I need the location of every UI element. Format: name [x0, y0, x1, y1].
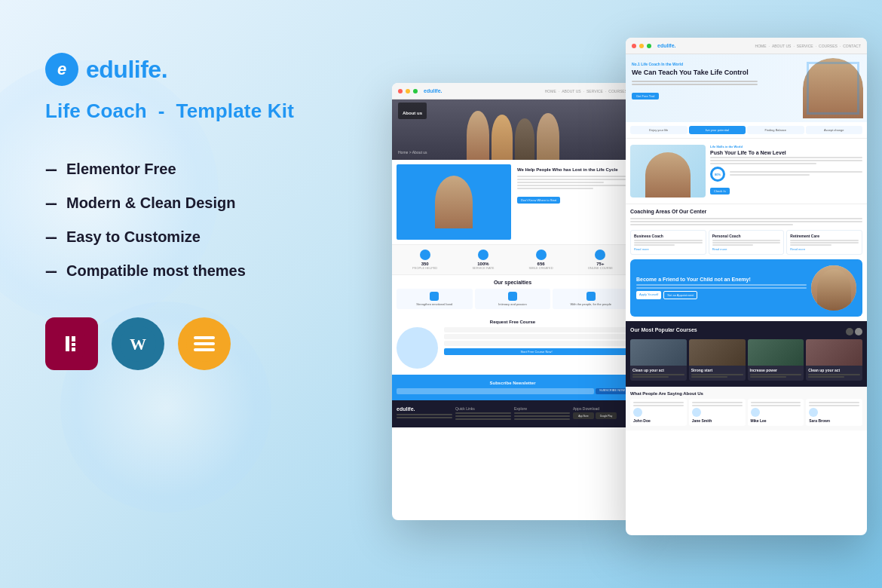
coaching-section: Coaching Areas Of Our Center Business Co… — [626, 204, 867, 259]
stat-chip-label: live your potential — [691, 128, 744, 132]
stat-item: 350 PEOPLE HELPED — [412, 250, 437, 270]
push-image — [630, 145, 706, 198]
coaching-text-line — [790, 242, 859, 243]
course-text-line — [632, 376, 669, 378]
testimonial-text — [809, 402, 859, 403]
feature-item: --- Elementor Free — [45, 161, 362, 178]
testimonial-card: Jane Smith — [689, 399, 746, 426]
browser-logo: edulife. — [657, 43, 676, 48]
svg-rect-9 — [194, 342, 215, 345]
testimonial-text — [633, 405, 684, 406]
course-card: Strong start — [689, 339, 746, 381]
progress-row: 80% — [710, 167, 862, 182]
course-content: Strong start — [689, 366, 746, 381]
svg-text:W: W — [130, 335, 146, 354]
section-heading: We Help People Who has Lost in the Life … — [517, 167, 626, 173]
coaching-link[interactable]: Read more — [634, 247, 703, 251]
stat-label: SERVICE RATE — [472, 266, 494, 270]
testimonial-text — [751, 405, 801, 406]
coaching-card: Personal Coach Read more — [709, 230, 785, 255]
footer-text-line — [397, 417, 452, 418]
testimonial-text — [692, 405, 743, 406]
coaching-card: Retirement Care Read more — [786, 230, 862, 255]
stats-chips-row: Enjoy your life live your potential Find… — [626, 122, 867, 139]
blue-accent-col — [397, 164, 511, 240]
banner-person-silhouette — [811, 265, 856, 311]
svg-rect-2 — [72, 336, 75, 341]
banner-title: Become a Friend to Your Child not an Ene… — [636, 277, 807, 282]
coaching-text-line — [712, 242, 781, 243]
stat-chip: Finding Balance — [747, 126, 804, 134]
stackable-badge — [178, 317, 231, 370]
hero-title: We Can Teach You Take Life Control — [632, 69, 758, 78]
feature-item: --- Modern & Clean Design — [45, 194, 362, 212]
specialty-card: With the people, for the people — [553, 289, 629, 309]
mockup-about-page: edulife. HOME · ABOUT US · SERVICE · COU… — [392, 83, 633, 520]
course-title: Clean up your act — [632, 368, 684, 372]
left-panel: e edulife. Life Coach - Template Kit ---… — [45, 53, 362, 370]
specialties-grid: Strengthen emotional bond Intimacy and p… — [397, 289, 629, 309]
courses-header: Our Most Popular Courses — [630, 327, 862, 336]
form-field[interactable] — [444, 341, 629, 346]
coaching-card-title: Business Coach — [634, 234, 703, 238]
coaching-card-title: Retirement Care — [790, 234, 859, 238]
svg-rect-3 — [72, 343, 75, 346]
course-title: Strong start — [691, 368, 743, 372]
text-line — [517, 188, 593, 189]
cta-button[interactable]: Don't Know Where to Start — [517, 197, 560, 204]
banner-primary-button[interactable]: Apply Yourself — [636, 291, 661, 299]
carousel-controls — [846, 328, 862, 335]
next-button[interactable] — [855, 328, 862, 335]
person-figure — [435, 176, 473, 228]
mockups-container: edulife. HOME · ABOUT US · SERVICE · COU… — [392, 38, 867, 535]
course-card: Increase power — [748, 339, 804, 381]
specialty-card: Strengthen emotional bond — [397, 289, 473, 309]
testimonial-card: Mike Lee — [748, 399, 804, 426]
svg-rect-10 — [194, 348, 215, 351]
form-submit-button[interactable]: Start Free Course Now! — [444, 348, 629, 355]
specialty-label: With the people, for the people — [554, 302, 627, 306]
close-dot — [632, 44, 636, 48]
coaching-text-line — [634, 240, 703, 241]
subscribe-button[interactable]: SUBSCRIBE NOW — [596, 388, 629, 394]
stat-item: 75+ ONLINE COURSE — [588, 250, 613, 270]
mockup-home-page: edulife. HOME · ABOUT US · SERVICE · COU… — [626, 38, 867, 535]
coaching-text-line — [634, 244, 675, 246]
prev-button[interactable] — [846, 328, 853, 335]
text-line — [517, 185, 626, 186]
coaching-description — [630, 218, 862, 227]
email-input[interactable] — [397, 388, 594, 394]
request-title: Request Free Course — [397, 320, 629, 324]
form-field[interactable] — [444, 327, 629, 332]
breadcrumb: Home > About us — [398, 143, 427, 157]
push-cta-button[interactable]: Check In — [710, 188, 730, 194]
text-line — [710, 163, 816, 164]
two-col-layout: We Help People Who has Lost in the Life … — [397, 164, 629, 240]
hero-home-section: No.1 Life Coach In the World We Can Teac… — [626, 54, 867, 122]
hero-cta-button[interactable]: Get Free Trial — [632, 93, 659, 100]
testimonial-text — [633, 402, 684, 403]
specialties-title: Our specialties — [397, 280, 629, 285]
features-list: --- Elementor Free --- Modern & Clean De… — [45, 161, 362, 280]
footer-text-line — [455, 418, 511, 420]
coaching-link[interactable]: Read more — [712, 247, 781, 251]
stat-label: ONLINE COURSE — [588, 266, 613, 270]
coaching-title: Coaching Areas Of Our Center — [630, 209, 862, 214]
push-section: Life Skills in the World Push Your Life … — [626, 139, 867, 204]
coaching-link[interactable]: Read more — [790, 247, 859, 251]
coaching-card: Business Coach Read more — [630, 230, 706, 255]
footer: edulife. Quick Links Explore Apps Downlo… — [392, 400, 633, 427]
testimonial-name: John Doe — [633, 418, 684, 423]
banner-secondary-button[interactable]: Set an Appointment — [663, 291, 697, 299]
browser-bar-left: edulife. HOME · ABOUT US · SERVICE · COU… — [392, 83, 633, 100]
blue-banner: Become a Friend to Your Child not an Ene… — [630, 259, 862, 317]
logo-icon: e — [45, 53, 78, 86]
about-text: About us — [403, 111, 422, 115]
text-line — [710, 157, 862, 158]
form-field[interactable] — [444, 334, 629, 339]
course-content: Clean up your act — [630, 366, 687, 381]
coaching-text-line — [634, 242, 703, 243]
text-line — [730, 174, 810, 176]
testimonial-avatar — [751, 408, 760, 417]
stat-icon — [536, 250, 547, 260]
